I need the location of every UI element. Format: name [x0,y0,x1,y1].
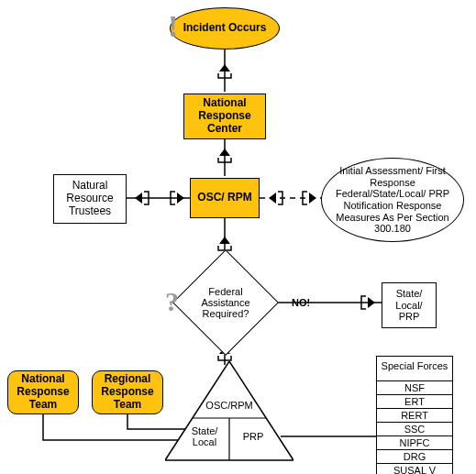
table-row: NIPFC [377,435,452,449]
node-label: Regional Response Team [98,373,157,411]
arrow-icon [302,188,316,208]
svg-marker-16 [368,297,375,308]
svg-marker-10 [219,237,230,244]
table-row: DRG [377,449,452,463]
node-label: National Response Center [190,97,260,135]
node-label: Incident Occurs [183,22,267,35]
svg-marker-12 [135,193,142,204]
node-label: Natural Resource Trustees [60,180,120,217]
table-row: SUSAL V [377,463,452,474]
table-header: Special Forces [377,357,452,381]
svg-marker-15 [309,193,316,204]
arrow-icon [215,64,235,79]
edge-label-no: NO! [292,297,310,308]
arrow-icon [269,188,283,208]
node-natural-resource-trustees: Natural Resource Trustees [53,174,127,224]
pyramid-label-top: OSC/RPM [202,400,257,411]
svg-marker-13 [177,193,184,204]
node-pyramid-osc-structure: OSC/RPM State/ Local PRP [165,361,293,462]
svg-marker-14 [269,193,276,204]
table-row: ERT [377,394,452,408]
node-label: State/ Local/ PRP [388,288,430,323]
arrow-icon [215,149,235,163]
arrow-icon [360,292,375,313]
node-special-forces-table: Special Forces NSFERTRERTSSCNIPFCDRGSUSA… [376,356,453,474]
table-row: RERT [377,408,452,422]
arrow-icon [170,188,184,208]
node-regional-response-team: Regional Response Team [92,370,163,414]
flowchart-canvas: Incident Occurs ! National Response Cent… [0,0,476,474]
node-label: OSC/ RPM [197,192,251,204]
node-national-response-team: National Response Team [7,370,79,414]
pyramid-label-bl: State/ Local [182,425,227,447]
node-initial-assessment: Initial Assessment/ First Response Feder… [321,158,464,242]
exclamation-icon: ! [168,9,178,44]
pyramid-label-br: PRP [233,431,273,442]
node-state-local-prp: State/ Local/ PRP [382,282,437,328]
table-row: SSC [377,422,452,435]
node-national-response-center: National Response Center [183,94,266,139]
node-label: National Response Team [14,373,72,411]
arrow-icon [135,188,149,208]
node-osc-rpm: OSC/ RPM [190,178,260,218]
node-decision-federal-assistance: Federal Assistance Required? [174,264,277,341]
table-row: NSF [377,381,452,394]
node-incident-occurs: Incident Occurs [170,7,280,50]
node-label: Federal Assistance Required? [187,286,264,319]
svg-marker-8 [219,64,230,72]
svg-marker-9 [219,149,230,156]
node-label: Initial Assessment/ First Response Feder… [327,165,458,235]
question-icon: ? [165,286,179,317]
